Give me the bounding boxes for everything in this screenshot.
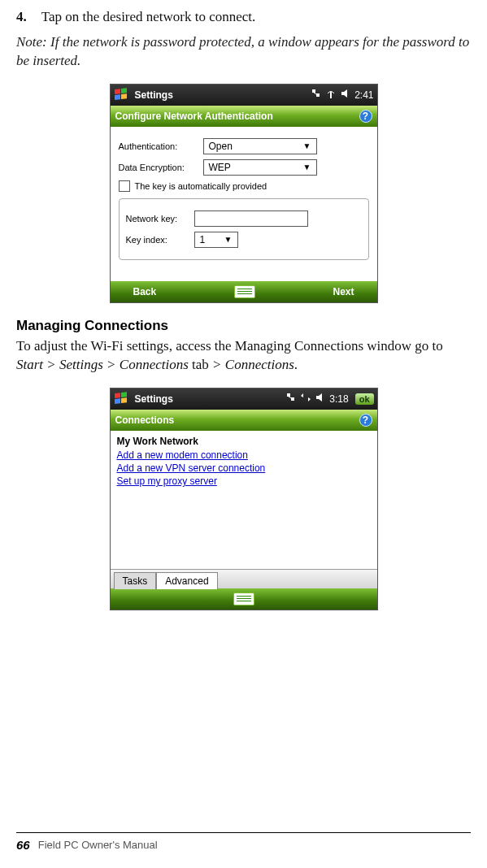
status-icons: 2:41 (311, 88, 373, 102)
volume-icon (315, 392, 326, 406)
note-text: Note: If the network is password protect… (16, 33, 471, 71)
titlebar: Settings 2:41 (111, 85, 377, 106)
status-icons: 3:18 ok (285, 392, 373, 406)
link-proxy[interactable]: Set up my proxy server (117, 475, 371, 488)
step-number: 4. (16, 9, 27, 24)
footer-label: Field PC Owner's Manual (38, 839, 158, 851)
titlebar: Settings 3:18 ok (111, 388, 377, 410)
form-panel: Authentication: Open ▼ Data Encryption: … (111, 127, 377, 281)
checkbox-icon[interactable] (119, 180, 130, 192)
chevron-down-icon: ▼ (221, 235, 236, 244)
volume-icon (340, 88, 351, 102)
network-group-title: My Work Network (117, 436, 371, 447)
connectivity-icon (311, 88, 322, 102)
softkey-bar (111, 588, 377, 610)
sync-icon (300, 392, 311, 406)
softkey-next[interactable]: Next (333, 286, 372, 297)
step-text: Tap on the desired network to connect. (41, 9, 256, 24)
softkey-bar: Back Next (111, 281, 377, 302)
signal-icon (325, 88, 337, 102)
key-index-combo[interactable]: 1 ▼ (194, 232, 238, 248)
softkey-back[interactable]: Back (115, 286, 157, 297)
network-key-input[interactable] (194, 210, 308, 227)
clock-text: 3:18 (329, 393, 348, 405)
auth-label: Authentication: (119, 141, 200, 151)
key-index-value: 1 (200, 234, 206, 245)
svg-rect-9 (121, 397, 127, 403)
page-header-bar: Connections ? (111, 410, 377, 431)
svg-rect-6 (115, 393, 120, 398)
step-line: 4. Tap on the desired network to connect… (16, 8, 471, 27)
keyboard-sip-icon[interactable] (233, 592, 254, 605)
link-add-modem[interactable]: Add a new modem connection (117, 449, 371, 462)
svg-rect-2 (115, 94, 120, 100)
help-icon[interactable]: ? (359, 414, 372, 427)
auto-key-label: The key is automatically provided (135, 181, 267, 191)
link-add-vpn[interactable]: Add a new VPN server connection (117, 462, 371, 475)
tab-strip: Tasks Advanced (111, 569, 377, 588)
svg-rect-0 (115, 89, 120, 94)
section-body: To adjust the Wi-Fi settings, access the… (16, 337, 471, 375)
encryption-label: Data Encryption: (119, 163, 200, 172)
svg-rect-10 (287, 393, 290, 397)
connections-panel: My Work Network Add a new modem connecti… (111, 431, 377, 588)
encryption-combo[interactable]: WEP ▼ (203, 159, 317, 176)
page-header-text: Configure Network Authentication (115, 111, 273, 122)
screenshot-connections: Settings 3:18 ok Connections ? My Work N… (110, 388, 378, 610)
titlebar-title: Settings (135, 393, 173, 405)
auth-combo[interactable]: Open ▼ (203, 138, 317, 154)
key-group: Network key: Key index: 1 ▼ (119, 198, 369, 260)
titlebar-title: Settings (135, 89, 173, 101)
page-header-text: Connections (115, 414, 175, 426)
svg-rect-3 (121, 93, 127, 99)
ok-button[interactable]: ok (355, 393, 374, 405)
key-index-label: Key index: (126, 235, 191, 245)
section-heading: Managing Connections (16, 318, 471, 334)
connectivity-icon (285, 392, 297, 406)
clock-text: 2:41 (354, 89, 373, 101)
help-icon[interactable]: ? (359, 110, 372, 123)
page-footer: 66 Field PC Owner's Manual (16, 832, 471, 852)
chevron-down-icon: ▼ (300, 163, 315, 171)
screenshot-configure-network: Settings 2:41 Configure Network Authenti… (110, 84, 378, 303)
network-key-label: Network key: (126, 214, 191, 224)
windows-flag-icon[interactable] (114, 392, 130, 406)
auto-key-row[interactable]: The key is automatically provided (119, 180, 369, 192)
keyboard-sip-icon[interactable] (234, 285, 255, 298)
chevron-down-icon: ▼ (300, 141, 315, 150)
encryption-value: WEP (209, 162, 231, 173)
tab-tasks[interactable]: Tasks (114, 572, 157, 589)
page-header-bar: Configure Network Authentication ? (111, 106, 377, 127)
auth-value: Open (209, 141, 233, 152)
tab-advanced[interactable]: Advanced (156, 572, 217, 589)
windows-flag-icon[interactable] (114, 88, 130, 102)
svg-rect-1 (121, 88, 127, 93)
svg-rect-8 (115, 398, 120, 404)
page-number: 66 (16, 838, 30, 852)
svg-rect-7 (121, 392, 127, 397)
svg-rect-4 (312, 89, 315, 93)
